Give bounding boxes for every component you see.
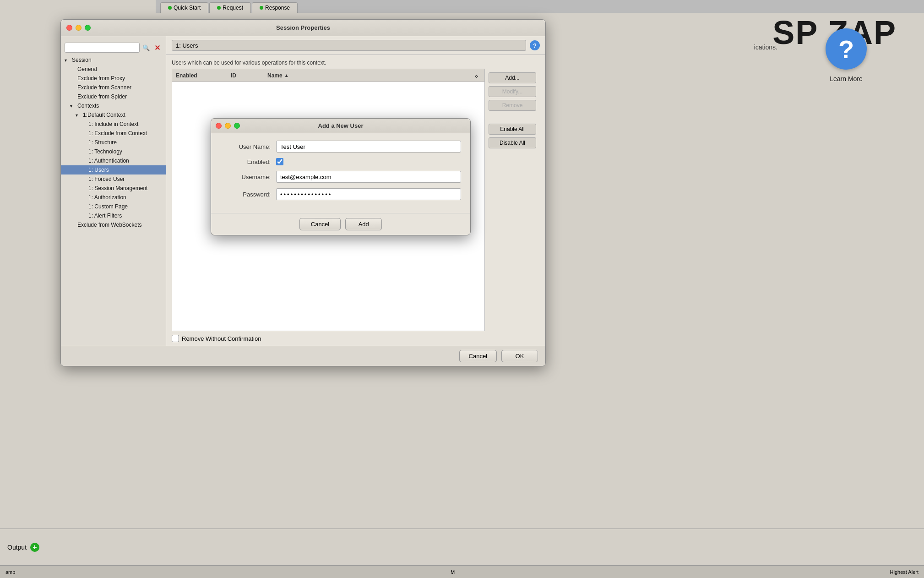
quickstart-indicator — [168, 6, 172, 10]
table-header: Enabled ID Name ▲ ⬦ — [172, 69, 484, 82]
response-indicator — [260, 6, 263, 10]
output-label: Output — [7, 544, 27, 551]
tree-container: ▾SessionGeneralExclude from ProxyExclude… — [61, 55, 166, 229]
sidebar-item-exclude-proxy[interactable]: Exclude from Proxy — [61, 74, 166, 83]
sidebar-item-technology[interactable]: 1: Technology — [61, 147, 166, 156]
col-name: Name ▲ — [264, 72, 471, 79]
bg-note: ications. — [754, 44, 777, 51]
request-indicator — [217, 6, 221, 10]
add-user-button[interactable]: Add... — [489, 72, 536, 83]
status-left: amp — [5, 569, 15, 575]
minimize-button[interactable] — [76, 25, 82, 31]
status-middle: M — [451, 569, 455, 575]
add-user-dialog: Add a New User User Name: Enabled: Usern… — [211, 118, 471, 235]
remove-user-button[interactable]: Remove — [489, 100, 536, 111]
close-button[interactable] — [66, 25, 72, 31]
search-input[interactable] — [65, 43, 140, 53]
dialog-maximize-button[interactable] — [234, 123, 240, 129]
search-container: 🔍 ✕ — [61, 40, 166, 55]
cred-username-label: Username: — [220, 174, 271, 180]
enable-all-button[interactable]: Enable All — [489, 124, 536, 135]
add-output-button[interactable]: + — [30, 543, 39, 552]
cred-username-input[interactable] — [276, 171, 461, 183]
tab-response[interactable]: Response — [252, 2, 298, 13]
cancel-button[interactable]: Cancel — [459, 350, 497, 362]
dialog-footer: Cancel Add — [211, 213, 470, 235]
sidebar-item-session-management[interactable]: 1: Session Management — [61, 184, 166, 193]
tab-quickstart[interactable]: Quick Start — [160, 2, 208, 13]
sidebar: 🔍 ✕ ▾SessionGeneralExclude from ProxyExc… — [61, 36, 166, 346]
sidebar-item-authorization[interactable]: 1: Authorization — [61, 193, 166, 202]
password-input[interactable] — [276, 188, 461, 200]
ok-button[interactable]: OK — [501, 350, 538, 362]
dialog-close-button[interactable] — [216, 123, 222, 129]
learn-more-panel: ? Learn More — [796, 19, 897, 92]
username-row: User Name: — [220, 141, 461, 153]
dialog-minimize-button[interactable] — [225, 123, 231, 129]
checkbox-area: Remove Without Confirmation — [166, 331, 545, 346]
col-enabled: Enabled — [172, 72, 227, 79]
sidebar-item-contexts[interactable]: ▾Contexts — [61, 101, 166, 110]
col-id: ID — [227, 72, 264, 79]
context-help-button[interactable]: ? — [530, 40, 540, 50]
chevron-icon: ▾ — [76, 113, 81, 118]
dialog-traffic-lights — [216, 123, 240, 129]
cred-username-row: Username: — [220, 171, 461, 183]
tab-request[interactable]: Request — [209, 2, 251, 13]
tabs-bar: Quick Start Request Response — [156, 0, 924, 13]
password-label: Password: — [220, 191, 271, 198]
sidebar-item-structure[interactable]: 1: Structure — [61, 138, 166, 147]
username-input[interactable] — [276, 141, 461, 153]
learn-more-button[interactable]: ? — [826, 28, 867, 70]
status-right: Highest Alert — [890, 569, 919, 575]
sidebar-item-default-context[interactable]: ▾1:Default Context — [61, 110, 166, 120]
username-label: User Name: — [220, 143, 271, 150]
sidebar-item-general[interactable]: General — [61, 65, 166, 74]
sidebar-item-exclude-websockets[interactable]: Exclude from WebSockets — [61, 220, 166, 229]
dialog-add-button[interactable]: Add — [345, 218, 382, 230]
enabled-label: Enabled: — [220, 158, 271, 165]
learn-more-label: Learn More — [830, 75, 863, 82]
sidebar-item-exclude-context[interactable]: 1: Exclude from Context — [61, 129, 166, 138]
content-description: Users which can be used for various oper… — [166, 55, 545, 69]
sidebar-item-exclude-scanner[interactable]: Exclude from Scanner — [61, 83, 166, 92]
window-footer: Cancel OK — [61, 346, 545, 366]
sidebar-item-forced-user[interactable]: 1: Forced User — [61, 174, 166, 184]
enabled-row: Enabled: — [220, 158, 461, 165]
sidebar-item-users[interactable]: 1: Users — [61, 165, 166, 174]
right-action-buttons: Add... Modify... Remove Enable All Disab… — [485, 69, 540, 331]
content-header: 1: Users ? — [166, 36, 545, 55]
search-icon[interactable]: 🔍 — [141, 43, 151, 53]
chevron-icon: ▾ — [70, 104, 76, 109]
password-row: Password: — [220, 188, 461, 200]
window-title: Session Properties — [276, 24, 330, 31]
maximize-button[interactable] — [85, 25, 91, 31]
output-bar: Output + — [0, 529, 924, 565]
enabled-checkbox[interactable] — [276, 158, 283, 165]
dialog-body: User Name: Enabled: Username: Password: — [211, 133, 470, 213]
context-label: 1: Users — [172, 40, 526, 51]
sidebar-item-alert-filters[interactable]: 1: Alert Filters — [61, 211, 166, 220]
col-extra: ⬦ — [471, 72, 484, 79]
sort-icon: ▲ — [284, 73, 289, 78]
dialog-title: Add a New User — [318, 122, 364, 129]
traffic-lights — [66, 25, 91, 31]
clear-search-icon[interactable]: ✕ — [153, 43, 163, 53]
dialog-titlebar: Add a New User — [211, 119, 470, 133]
disable-all-button[interactable]: Disable All — [489, 137, 536, 148]
dialog-cancel-button[interactable]: Cancel — [299, 218, 341, 230]
remove-confirmation-checkbox[interactable] — [172, 335, 179, 342]
sidebar-item-authentication[interactable]: 1: Authentication — [61, 156, 166, 165]
sidebar-item-include-context[interactable]: 1: Include in Context — [61, 120, 166, 129]
sidebar-item-session[interactable]: ▾Session — [61, 55, 166, 65]
status-bar: amp M Highest Alert — [0, 565, 924, 578]
chevron-icon: ▾ — [65, 58, 70, 63]
window-titlebar: Session Properties — [61, 20, 545, 36]
remove-confirmation-label: Remove Without Confirmation — [182, 335, 261, 342]
modify-user-button[interactable]: Modify... — [489, 86, 536, 97]
sidebar-item-custom-page[interactable]: 1: Custom Page — [61, 202, 166, 211]
sidebar-item-exclude-spider[interactable]: Exclude from Spider — [61, 92, 166, 101]
